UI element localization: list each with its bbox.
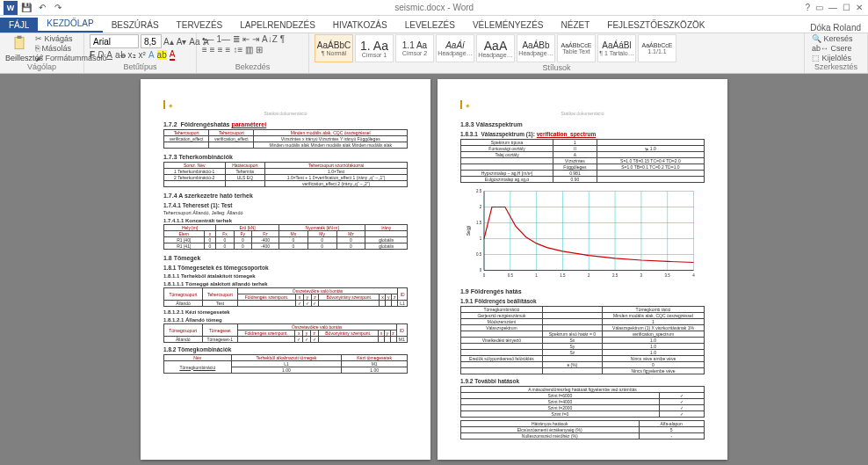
heading-18111: 1.8.1.1.1 Tömeggé alakított állandó terh… bbox=[163, 281, 408, 287]
tab-home[interactable]: KEZDŐLAP bbox=[38, 16, 102, 33]
close-icon[interactable]: ✕ bbox=[856, 3, 863, 12]
heading-182: 1.8.2 Tömegkombinációk bbox=[163, 346, 408, 352]
svg-text:2.5: 2.5 bbox=[476, 189, 482, 193]
tab-file[interactable]: FÁJL bbox=[0, 18, 38, 33]
maximize-icon[interactable]: ☐ bbox=[843, 3, 850, 12]
replace-button[interactable]: ab↔ Csere bbox=[812, 44, 862, 53]
tab-layout[interactable]: LAPELRENDEZÉS bbox=[231, 18, 324, 33]
heading-17411: 1.7.4.1.1 Koncentrált terhek bbox=[163, 218, 408, 223]
response-spectrum-chart: 00.511.522.533.5400.511.522.5Se(g) bbox=[460, 186, 698, 283]
help-icon[interactable]: ? bbox=[805, 3, 810, 12]
redo-icon[interactable]: ↷ bbox=[51, 1, 65, 15]
heading-181: 1.8.1 Tömegesetek és tömegcsoportok bbox=[163, 265, 408, 271]
tab-insert[interactable]: BESZÚRÁS bbox=[103, 18, 168, 33]
numbering-icon[interactable]: 1— bbox=[217, 34, 231, 44]
style-item-6[interactable]: AaÁBbCcETable Text bbox=[557, 34, 596, 62]
heading-18122: 1.8.1.2.1 Állandó tömeg bbox=[163, 317, 408, 323]
table-192b: Hátrányos hatásokAlfa-alapon Elcsúszóame… bbox=[460, 420, 705, 440]
text-effects-icon[interactable]: A bbox=[148, 50, 155, 60]
table-191: TömegkombinációTömegkomb táció Gerjesztő… bbox=[460, 306, 705, 374]
align-center-icon[interactable]: ≡ bbox=[210, 45, 215, 54]
ribbon-collapse-icon[interactable]: ▭ bbox=[815, 3, 823, 12]
select-button[interactable]: ⬚ Kijelölés bbox=[812, 54, 862, 62]
bullets-icon[interactable]: •— bbox=[202, 34, 214, 44]
group-font-label: Betűtípus bbox=[90, 62, 191, 73]
show-marks-icon[interactable]: ¶ bbox=[280, 34, 285, 44]
subscript-icon[interactable]: x₂ bbox=[128, 50, 136, 60]
superscript-icon[interactable]: x² bbox=[139, 50, 146, 60]
link-spectrum[interactable]: verification_spectrum bbox=[537, 131, 597, 137]
style-item-5[interactable]: AaÁBbHeadpage… bbox=[517, 34, 555, 62]
sort-icon[interactable]: A↓Z bbox=[262, 34, 278, 44]
page-logo-icon: ◈ bbox=[169, 102, 173, 108]
svg-text:2: 2 bbox=[480, 205, 482, 209]
heading-191: 1.9.1 Földrengés beállítások bbox=[460, 298, 705, 304]
heading-1741: 1.7.4.1 Tehereset (1): Test bbox=[163, 202, 408, 208]
heading-183: 1.8.3 Válaszspektrum bbox=[460, 121, 705, 127]
document-canvas[interactable]: ◈ Statikai dokumentáció 1.7.2 Földrengés… bbox=[0, 74, 868, 465]
tab-review[interactable]: VÉLEMÉNYEZÉS bbox=[464, 18, 553, 33]
svg-text:1: 1 bbox=[480, 236, 482, 241]
strike-icon[interactable]: ab̶ bbox=[115, 50, 126, 60]
italic-icon[interactable]: D bbox=[98, 50, 104, 60]
grow-font-icon[interactable]: A▴ bbox=[163, 37, 174, 47]
table-17411: Hely [m]Erő [kN]Nyomaték [kN·m]Irány Ele… bbox=[163, 224, 408, 250]
multilevel-icon[interactable]: ≣ bbox=[233, 34, 240, 44]
style-item-3[interactable]: AaÁíHeadpage… bbox=[436, 34, 474, 62]
undo-icon[interactable]: ↶ bbox=[35, 1, 49, 15]
indent-icon[interactable]: ⇥ bbox=[252, 34, 259, 44]
svg-text:1.5: 1.5 bbox=[560, 273, 566, 278]
font-name-input[interactable] bbox=[90, 34, 139, 48]
align-left-icon[interactable]: ≡ bbox=[202, 45, 207, 54]
style-item-2[interactable]: 1.1 AaCímsor 2 bbox=[395, 34, 434, 62]
window-title: seismic.docx - Word bbox=[69, 3, 799, 12]
underline-icon[interactable]: A bbox=[106, 50, 112, 60]
svg-rect-0 bbox=[15, 37, 24, 48]
minimize-icon[interactable]: — bbox=[828, 3, 837, 12]
svg-text:3: 3 bbox=[640, 273, 643, 278]
svg-text:0.5: 0.5 bbox=[476, 252, 482, 257]
justify-icon[interactable]: ≡ bbox=[226, 45, 231, 54]
heading-19: 1.9 Földrengés hatás bbox=[460, 288, 705, 294]
svg-text:1.5: 1.5 bbox=[476, 221, 482, 225]
outdent-icon[interactable]: ⇤ bbox=[242, 34, 250, 44]
link-params[interactable]: paraméterei bbox=[231, 121, 266, 127]
user-name: Dóka Roland bbox=[810, 23, 868, 33]
find-button[interactable]: 🔍 Keresés bbox=[812, 34, 862, 43]
table-182: NévTerhekből alkalmazott tömegekKézi töm… bbox=[163, 354, 408, 374]
shading-icon[interactable]: ▥ bbox=[245, 45, 253, 54]
page-logo-icon: ◈ bbox=[466, 102, 470, 108]
font-size-input[interactable] bbox=[141, 34, 162, 48]
group-paragraph-label: Bekezdés bbox=[202, 62, 303, 73]
tab-developer[interactable]: FEJLESZTŐESZKÖZÖK bbox=[598, 18, 713, 33]
save-icon[interactable]: 💾 bbox=[19, 1, 33, 15]
line-spacing-icon[interactable]: ↕≡ bbox=[233, 45, 242, 54]
style-item-0[interactable]: AaÁBbC¶ Normál bbox=[315, 34, 353, 62]
table-18122: TömegcsoportTömegesetÖsszetevőkre való b… bbox=[163, 323, 408, 343]
bold-icon[interactable]: F bbox=[90, 50, 95, 60]
svg-text:Se(g): Se(g) bbox=[467, 226, 471, 236]
tab-references[interactable]: HIVATKOZÁS bbox=[324, 18, 396, 33]
paste-label: Beillesztés bbox=[5, 54, 33, 62]
tab-design[interactable]: TERVEZÉS bbox=[168, 18, 232, 33]
style-item-1[interactable]: 1. AaCímsor 1 bbox=[355, 34, 394, 62]
style-item-8[interactable]: AaÁBbCcE1.1/1.1 bbox=[638, 34, 676, 62]
style-item-7[interactable]: AaÁáBl¶ 1 Tartalo… bbox=[597, 34, 636, 62]
font-color-icon[interactable]: A bbox=[170, 49, 176, 61]
shrink-font-icon[interactable]: A▾ bbox=[177, 37, 187, 47]
align-right-icon[interactable]: ≡ bbox=[218, 45, 223, 54]
highlight-icon[interactable]: ab bbox=[157, 50, 167, 60]
heading-1811: 1.8.1.1 Terhekből átalakított tömegek bbox=[163, 273, 408, 279]
svg-text:0: 0 bbox=[480, 268, 482, 272]
style-item-4[interactable]: AaAHeadpage… bbox=[476, 34, 515, 62]
page-header-text: Statikai dokumentáció bbox=[163, 111, 408, 116]
group-styles-label: Stílusok bbox=[315, 63, 799, 73]
heading-174: 1.7.4 A szerkezetre ható terhek bbox=[163, 193, 408, 199]
svg-text:2.5: 2.5 bbox=[612, 273, 618, 278]
svg-text:2: 2 bbox=[588, 273, 590, 278]
tab-view[interactable]: NÉZET bbox=[553, 18, 599, 33]
borders-icon[interactable]: ⊞ bbox=[256, 45, 263, 54]
paste-button[interactable]: Beillesztés bbox=[5, 34, 33, 62]
heading-18121: 1.8.1.2.1 Kézi tömegesetek bbox=[163, 309, 408, 315]
tab-mailings[interactable]: LEVELEZÉS bbox=[396, 18, 464, 33]
